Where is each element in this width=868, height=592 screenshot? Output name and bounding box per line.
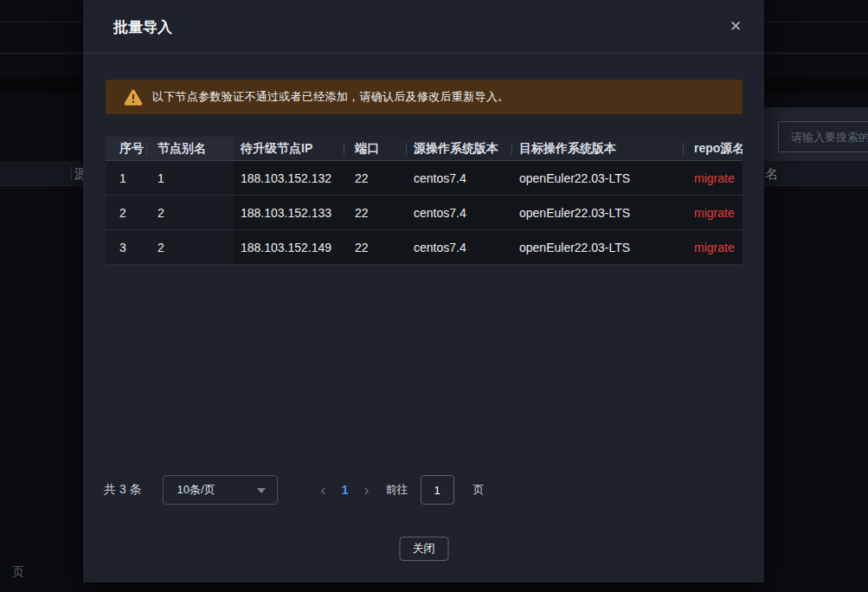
- cell-alias: 1: [147, 161, 234, 195]
- background-page-word: 页: [12, 564, 24, 580]
- warning-icon: [124, 89, 143, 106]
- cell-port: 22: [344, 161, 407, 195]
- batch-import-dialog: 批量导入 ✕ 以下节点参数验证不通过或者已经添加，请确认后及修改后重新导入。 序…: [83, 0, 764, 582]
- background-partial-text: 源: [74, 166, 83, 183]
- col-header-source-os: 源操作系统版本: [407, 137, 512, 160]
- caret-down-icon: [257, 488, 266, 493]
- cell-target-os: openEuler22.03-LTS: [512, 230, 684, 264]
- import-result-table: 序号 节点别名 待升级节点IP 端口 源操作系统版本 目标操作系统版本 repo…: [106, 137, 743, 265]
- cell-source-os: centos7.4: [407, 230, 512, 264]
- pagination-total: 共 3 条: [104, 482, 142, 498]
- cell-port: 22: [344, 230, 407, 264]
- cell-index: 1: [106, 161, 147, 195]
- close-icon[interactable]: ✕: [721, 12, 750, 42]
- cell-port: 22: [344, 196, 407, 229]
- search-input[interactable]: [778, 121, 868, 152]
- cell-alias: 2: [147, 196, 234, 229]
- close-button[interactable]: 关闭: [399, 537, 448, 561]
- cell-ip: 188.103.152.132: [234, 161, 344, 195]
- cell-source-os: centos7.4: [407, 196, 512, 229]
- pagination: 共 3 条 10条/页 ‹ 1 › 前往 页: [104, 474, 485, 505]
- col-header-index: 序号: [106, 137, 147, 160]
- col-header-alias: 节点别名: [147, 137, 234, 160]
- table-row: 2 2 188.103.152.133 22 centos7.4 openEul…: [106, 196, 743, 230]
- warning-alert-text: 以下节点参数验证不通过或者已经添加，请确认后及修改后重新导入。: [152, 89, 509, 105]
- cell-repo: migrate: [684, 161, 743, 195]
- next-page-icon[interactable]: ›: [357, 479, 377, 500]
- col-header-port: 端口: [344, 137, 407, 160]
- background-partial-text: 名: [765, 166, 778, 183]
- background-column-divider: [71, 166, 72, 180]
- table-header-row: 序号 节点别名 待升级节点IP 端口 源操作系统版本 目标操作系统版本 repo…: [106, 137, 743, 161]
- table-row: 3 2 188.103.152.149 22 centos7.4 openEul…: [106, 230, 743, 265]
- warning-alert: 以下节点参数验证不通过或者已经添加，请确认后及修改后重新导入。: [106, 80, 743, 114]
- page-word: 页: [473, 482, 485, 498]
- goto-label: 前往: [386, 482, 408, 498]
- cell-alias: 2: [147, 230, 234, 264]
- page-size-select[interactable]: 10条/页: [163, 475, 278, 505]
- cell-target-os: openEuler22.03-LTS: [512, 196, 684, 229]
- dialog-title: 批量导入: [113, 17, 172, 37]
- pager: ‹ 1 ›: [313, 479, 377, 500]
- current-page-number[interactable]: 1: [334, 483, 357, 497]
- col-header-target-os: 目标操作系统版本: [512, 137, 684, 160]
- prev-page-icon[interactable]: ‹: [313, 479, 334, 500]
- cell-index: 2: [106, 196, 147, 229]
- cell-ip: 188.103.152.149: [234, 230, 344, 264]
- cell-repo: migrate: [684, 230, 743, 264]
- cell-source-os: centos7.4: [407, 161, 512, 195]
- col-header-repo: repo源名称: [684, 137, 743, 160]
- cell-index: 3: [106, 230, 147, 264]
- cell-ip: 188.103.152.133: [234, 196, 344, 229]
- table-row: 1 1 188.103.152.132 22 centos7.4 openEul…: [106, 161, 743, 196]
- col-header-ip: 待升级节点IP: [234, 137, 344, 160]
- page-size-value: 10条/页: [164, 482, 215, 498]
- cell-target-os: openEuler22.03-LTS: [512, 161, 684, 195]
- goto-page-input[interactable]: [421, 475, 454, 505]
- cell-repo: migrate: [684, 196, 743, 229]
- dialog-header: 批量导入 ✕: [83, 0, 764, 54]
